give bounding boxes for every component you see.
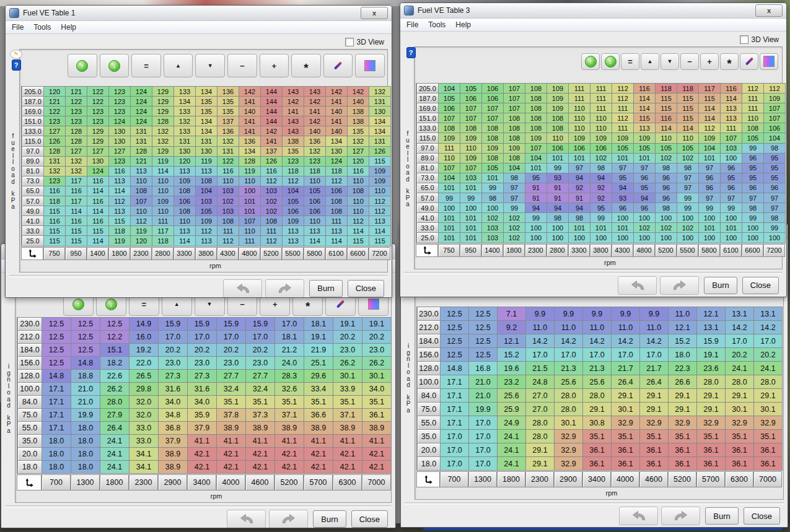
table-cell[interactable]: 112 xyxy=(612,113,634,123)
table-cell[interactable]: 26.2 xyxy=(362,357,392,370)
rpm-column-header[interactable]: 5500 xyxy=(282,247,304,260)
table-cell[interactable]: 100 xyxy=(525,233,547,243)
table-cell[interactable]: 21.3 xyxy=(555,362,583,375)
table-cell[interactable]: 32.0 xyxy=(129,409,159,422)
rpm-column-header[interactable]: 4600 xyxy=(639,471,668,487)
table-cell[interactable]: 27.0 xyxy=(526,403,555,416)
table-cell[interactable]: 106 xyxy=(174,196,196,206)
table-cell[interactable]: 111 xyxy=(742,94,764,103)
menu-file[interactable]: File xyxy=(406,20,418,29)
table-cell[interactable]: 100 xyxy=(460,203,482,213)
table-cell[interactable]: 112 xyxy=(369,206,391,216)
rpm-column-header[interactable]: 4800 xyxy=(239,247,260,260)
table-cell[interactable]: 92 xyxy=(569,183,590,193)
table-cell[interactable]: 111 xyxy=(612,103,634,113)
table-cell[interactable]: 107 xyxy=(131,196,152,206)
table-cell[interactable]: 108 xyxy=(504,133,525,143)
table-cell[interactable]: 29.1 xyxy=(669,403,697,416)
table-cell[interactable]: 102 xyxy=(590,154,612,164)
table-cell[interactable]: 131 xyxy=(369,97,391,107)
table-cell[interactable]: 116 xyxy=(261,167,283,177)
rpm-column-header[interactable]: 5200 xyxy=(274,474,304,491)
row-header[interactable]: 18.0 xyxy=(17,461,42,474)
table-cell[interactable]: 113 xyxy=(196,236,217,246)
table-cell[interactable]: 96 xyxy=(634,173,656,183)
table-cell[interactable]: 38.9 xyxy=(333,422,362,435)
table-cell[interactable]: 107 xyxy=(460,113,482,123)
table-cell[interactable]: 121 xyxy=(66,87,87,97)
table-cell[interactable]: 12.5 xyxy=(71,318,100,331)
table-cell[interactable]: 38.9 xyxy=(159,448,188,461)
close-table-button[interactable]: Close xyxy=(744,507,780,525)
table-cell[interactable]: 110 xyxy=(569,123,590,133)
table-cell[interactable]: 18.0 xyxy=(669,348,697,362)
table-cell[interactable]: 35.1 xyxy=(640,430,669,443)
table-cell[interactable]: 42.1 xyxy=(246,461,275,474)
table-cell[interactable]: 105 xyxy=(634,144,656,154)
table-cell[interactable]: 96 xyxy=(742,183,764,193)
table-cell[interactable]: 19.6 xyxy=(498,362,526,375)
rpm-column-header[interactable]: 3300 xyxy=(568,244,590,257)
table-cell[interactable]: 95 xyxy=(634,183,656,193)
rpm-column-header[interactable]: 6300 xyxy=(333,474,362,491)
table-cell[interactable]: 41.1 xyxy=(188,435,217,448)
table-cell[interactable]: 102 xyxy=(217,196,239,206)
row-header[interactable]: 33.0 xyxy=(22,226,44,236)
rpm-column-header[interactable]: 1800 xyxy=(100,474,129,491)
table-cell[interactable]: 121 xyxy=(131,157,152,167)
row-header[interactable]: 84.0 xyxy=(17,396,42,409)
table-cell[interactable]: 98 xyxy=(656,164,677,173)
table-cell[interactable]: 135 xyxy=(283,147,304,157)
table-cell[interactable]: 110 xyxy=(677,133,699,143)
table-cell[interactable]: 41.1 xyxy=(362,435,392,448)
rpm-column-header[interactable]: 5500 xyxy=(677,244,698,257)
table-cell[interactable]: 101 xyxy=(569,154,590,164)
table-cell[interactable]: 142 xyxy=(326,87,348,97)
rpm-column-header[interactable]: 2300 xyxy=(525,471,554,487)
table-cell[interactable]: 17.1 xyxy=(441,389,469,403)
table-cell[interactable]: 103 xyxy=(217,206,239,216)
table-cell[interactable]: 28.0 xyxy=(583,389,612,403)
table-cell[interactable]: 122 xyxy=(217,157,239,167)
table-cell[interactable]: 17.0 xyxy=(275,318,304,331)
table-cell[interactable]: 95 xyxy=(525,173,547,183)
table-cell[interactable]: 101 xyxy=(460,223,482,233)
table-cell[interactable]: 101 xyxy=(699,154,721,164)
table-cell[interactable]: 12.5 xyxy=(42,318,71,331)
table-cell[interactable]: 94 xyxy=(525,203,547,213)
table-cell[interactable]: 114 xyxy=(634,94,656,103)
table-cell[interactable]: 26.4 xyxy=(640,375,669,389)
table-cell[interactable]: 9.9 xyxy=(526,307,555,321)
table-cell[interactable]: 130 xyxy=(369,107,391,116)
table-cell[interactable]: 19.2 xyxy=(129,344,159,357)
rpm-column-header[interactable]: 950 xyxy=(460,244,481,257)
table-cell[interactable]: 100 xyxy=(482,203,504,213)
table-cell[interactable]: 133 xyxy=(174,107,196,116)
table-cell[interactable]: 101 xyxy=(460,233,482,243)
row-header[interactable]: 84.0 xyxy=(417,389,441,403)
table-cell[interactable]: 109 xyxy=(152,196,174,206)
table-cell[interactable]: 97 xyxy=(677,183,699,193)
table-cell[interactable]: 37.9 xyxy=(159,435,188,448)
table-cell[interactable]: 18.0 xyxy=(71,448,100,461)
table-cell[interactable]: 20.2 xyxy=(726,348,754,362)
rpm-column-header[interactable]: 1400 xyxy=(481,244,503,257)
table-cell[interactable]: 116 xyxy=(217,167,239,177)
table-cell[interactable]: 100 xyxy=(721,213,742,223)
table-cell[interactable]: 33.0 xyxy=(129,422,159,435)
table-cell[interactable]: 29.1 xyxy=(754,389,783,403)
table-cell[interactable]: 141 xyxy=(261,136,283,146)
table-cell[interactable]: 36.8 xyxy=(159,422,188,435)
table-cell[interactable]: 104 xyxy=(439,84,460,94)
table-cell[interactable]: 95 xyxy=(721,173,742,183)
rpm-column-header[interactable]: 2800 xyxy=(546,244,568,257)
table-cell[interactable]: 101 xyxy=(239,196,261,206)
table-cell[interactable]: 124 xyxy=(109,116,131,126)
table-cell[interactable]: 109 xyxy=(369,177,391,186)
table-cell[interactable]: 134 xyxy=(369,116,391,126)
table-cell[interactable]: 104 xyxy=(196,186,217,196)
table-cell[interactable]: 14.8 xyxy=(42,370,71,383)
rpm-column-header[interactable]: 1300 xyxy=(71,474,100,491)
table-cell[interactable]: 113 xyxy=(369,216,391,226)
table-cell[interactable]: 101 xyxy=(439,213,460,223)
